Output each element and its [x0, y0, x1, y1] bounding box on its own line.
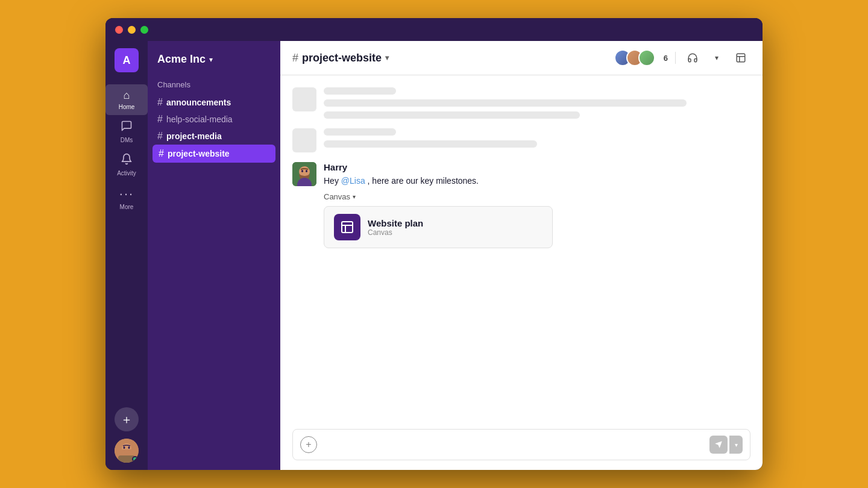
user-avatar[interactable]	[115, 439, 139, 463]
chat-main: # project-website ▾ 6	[280, 41, 763, 470]
attach-button[interactable]: +	[300, 436, 317, 453]
online-indicator	[132, 456, 138, 462]
channel-hash-icon: #	[292, 52, 298, 64]
main-content: A ⌂ Home DMs	[105, 41, 763, 470]
svg-point-5	[128, 446, 130, 449]
hash-icon: #	[159, 148, 164, 159]
home-label: Home	[119, 104, 135, 110]
text-before: Hey	[324, 176, 341, 186]
channel-item-project-media[interactable]: # project-media	[148, 128, 280, 145]
channel-sidebar: Acme Inc ▾ Channels # announcements # he…	[148, 41, 280, 470]
send-button[interactable]	[709, 436, 728, 454]
skeleton-content	[324, 87, 750, 119]
svg-point-11	[301, 170, 303, 172]
home-icon: ⌂	[124, 89, 130, 102]
dms-label: DMs	[121, 137, 133, 143]
message-body: Harry Hey @Lisa , here are our key miles…	[324, 162, 750, 248]
message-harry: Harry Hey @Lisa , here are our key miles…	[292, 162, 750, 248]
skeleton-avatar	[292, 87, 316, 111]
skeleton-avatar	[292, 128, 316, 152]
chat-channel-name: project-website	[302, 52, 382, 64]
header-divider	[675, 52, 676, 64]
channel-item-project-website[interactable]: # project-website	[153, 145, 275, 163]
more-icon: ···	[119, 186, 134, 202]
chat-input-area: + ▾	[280, 422, 763, 470]
canvas-text: Canvas	[324, 192, 350, 201]
member-count: 6	[664, 54, 668, 63]
channel-name: help-social-media	[166, 114, 233, 124]
titlebar	[105, 18, 763, 41]
message-text: Hey @Lisa , here are our key milestones.	[324, 175, 750, 187]
canvas-arrow-icon: ▾	[353, 193, 356, 200]
svg-point-4	[124, 446, 125, 449]
channel-name: project-website	[168, 149, 230, 158]
svg-rect-6	[737, 54, 745, 62]
dms-icon	[121, 120, 133, 135]
nav-item-home[interactable]: ⌂ Home	[105, 84, 148, 115]
skeleton-line	[324, 87, 396, 95]
nav-item-more[interactable]: ··· More	[105, 181, 148, 215]
chat-header: # project-website ▾ 6	[280, 41, 763, 75]
traffic-lights	[115, 26, 148, 34]
more-actions-button[interactable]: ▾	[707, 48, 726, 67]
harry-avatar	[292, 162, 316, 186]
header-actions: 6 ▾	[614, 48, 750, 67]
send-area: ▾	[709, 436, 743, 454]
member-avatars[interactable]	[614, 49, 655, 66]
activity-label: Activity	[117, 170, 136, 177]
app-window: A ⌂ Home DMs	[105, 18, 763, 470]
workspace-header[interactable]: Acme Inc ▾	[148, 41, 280, 75]
canvas-attachment-icon	[334, 214, 360, 240]
workspace-dropdown-arrow: ▾	[209, 55, 213, 64]
chat-input-box: + ▾	[292, 429, 750, 460]
skeleton-content	[324, 128, 750, 148]
canvas-attachment-title: Website plan	[368, 218, 542, 228]
skeleton-line	[324, 111, 580, 119]
message-input[interactable]	[322, 440, 705, 449]
icon-sidebar: A ⌂ Home DMs	[105, 41, 148, 470]
workspace-name: Acme Inc	[157, 53, 206, 66]
sender-name: Harry	[324, 162, 750, 172]
skeleton-line	[324, 128, 396, 136]
member-avatar-3	[638, 49, 655, 66]
canvas-attachment-subtitle: Canvas	[368, 228, 542, 237]
hash-icon: #	[157, 114, 163, 125]
skeleton-message-2	[292, 128, 750, 152]
skeleton-line	[324, 99, 687, 107]
canvas-info: Website plan Canvas	[368, 218, 542, 237]
close-button[interactable]	[115, 26, 123, 34]
hash-icon: #	[157, 97, 163, 108]
chevron-down-icon: ▾	[715, 54, 719, 62]
channel-chevron[interactable]: ▾	[385, 54, 389, 62]
workspace-avatar[interactable]: A	[115, 48, 139, 72]
minimize-button[interactable]	[128, 26, 136, 34]
text-after: , here are our key milestones.	[368, 176, 479, 186]
send-dropdown-button[interactable]: ▾	[729, 436, 743, 454]
channels-section-label: Channels	[148, 75, 280, 94]
channel-item-announcements[interactable]: # announcements	[148, 94, 280, 111]
huddle-button[interactable]	[683, 48, 702, 67]
plus-icon: +	[306, 439, 311, 450]
canvas-button[interactable]	[731, 48, 750, 67]
svg-point-12	[306, 170, 307, 172]
channel-name: project-media	[166, 131, 222, 141]
mention-link[interactable]: @Lisa	[341, 176, 365, 186]
channel-name: announcements	[166, 98, 231, 107]
nav-item-dms[interactable]: DMs	[105, 115, 148, 148]
svg-rect-14	[342, 222, 353, 233]
chat-messages: Harry Hey @Lisa , here are our key miles…	[280, 75, 763, 422]
canvas-attachment[interactable]: Website plan Canvas	[324, 206, 553, 248]
chat-title: # project-website ▾	[292, 52, 389, 64]
hash-icon: #	[157, 131, 163, 142]
canvas-label[interactable]: Canvas ▾	[324, 192, 750, 201]
send-chevron-icon: ▾	[735, 442, 738, 448]
skeleton-line	[324, 140, 537, 148]
more-label: More	[120, 204, 134, 210]
nav-item-activity[interactable]: Activity	[105, 148, 148, 181]
maximize-button[interactable]	[140, 26, 148, 34]
channel-item-help-social[interactable]: # help-social-media	[148, 111, 280, 128]
skeleton-message-1	[292, 87, 750, 119]
activity-icon	[121, 153, 133, 168]
add-workspace-button[interactable]: ＋	[115, 407, 139, 431]
